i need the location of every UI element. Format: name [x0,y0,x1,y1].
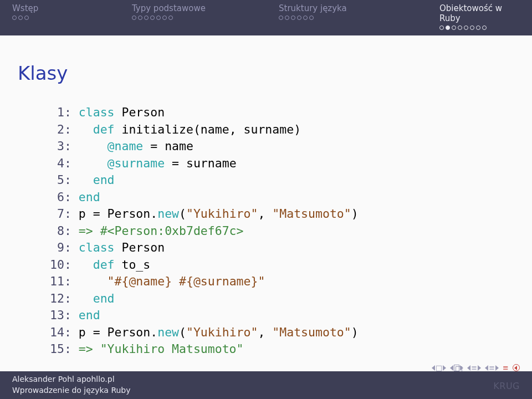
beamer-nav: □ ≡ ≡ ≡ [432,364,520,371]
progress-dots [12,16,132,20]
progress-dots [439,25,520,30]
header-section-wstep[interactable]: Wstęp [12,3,132,30]
nav-back-icon[interactable] [513,364,520,371]
header-section-obiektowosc[interactable]: Obiektowość w Ruby [439,3,520,30]
nav-prev-slide[interactable]: □ [432,364,446,371]
footer-author: Aleksander Pohl apohllo.pl [12,375,520,383]
footer-subtitle: Wprowadzenie do języka Ruby [12,386,520,395]
progress-dots [132,16,279,20]
header-label: Typy podstawowe [132,3,279,13]
nav-sep-icon: ≡ [503,364,509,371]
header-section-struktury[interactable]: Struktury języka [279,3,439,30]
slide-footer: Aleksander Pohl apohllo.pl Wprowadzenie … [0,371,532,399]
nav-prev-sub[interactable]: ≡ [467,364,481,371]
header-label: Struktury języka [279,3,439,13]
header-label: Wstęp [12,3,132,13]
code-block: 1: class Person 2: def initialize(name, … [18,104,514,358]
nav-next-sub[interactable]: ≡ [485,364,499,371]
progress-dots [279,16,439,20]
header-section-typy[interactable]: Typy podstawowe [132,3,279,30]
nav-prev-frame[interactable] [450,365,463,371]
header-label: Obiektowość w Ruby [439,3,520,23]
slide-content: Klasy 1: class Person 2: def initialize(… [0,35,532,358]
footer-logo: KRUG [493,381,520,391]
slide-header: Wstęp Typy podstawowe Struktury języka O… [0,0,532,35]
slide-title: Klasy [18,62,514,84]
